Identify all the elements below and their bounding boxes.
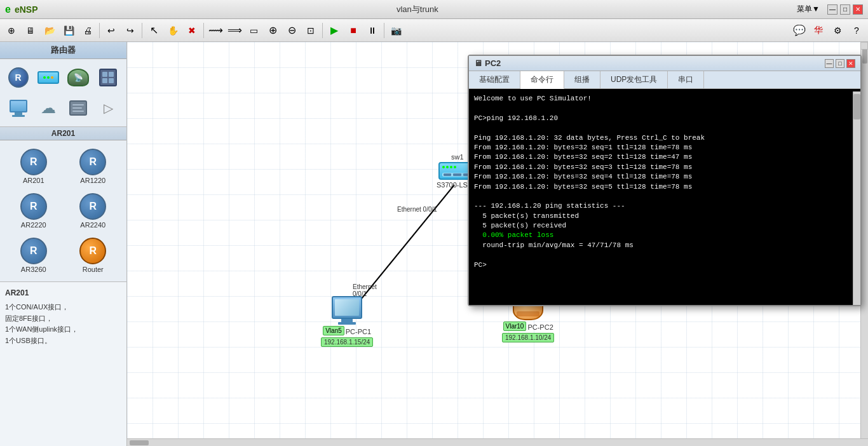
- pc2-close-btn[interactable]: ✕: [846, 59, 855, 68]
- pc2-label: PC-PC2: [527, 323, 553, 331]
- fit-button[interactable]: ⊡: [302, 22, 320, 39]
- cloud-icon: ☁: [37, 97, 60, 119]
- pc1-vlan-badge: Vlan5: [323, 326, 344, 335]
- lines-icon: [67, 97, 90, 119]
- open-topo-button[interactable]: 🖥: [22, 22, 39, 39]
- pan-button[interactable]: ✋: [164, 22, 182, 39]
- zoom-out-button[interactable]: ⊖: [283, 22, 301, 39]
- stop-button[interactable]: ■: [344, 22, 362, 39]
- print-button[interactable]: 🖨: [79, 22, 97, 39]
- select-button[interactable]: ↖: [145, 22, 163, 39]
- arrow-icon: ▷: [97, 97, 119, 119]
- ar201-label: AR201: [23, 177, 44, 184]
- tab-udp-sender[interactable]: UDP发包工具: [600, 71, 668, 88]
- sidebar-info-title: AR201: [5, 287, 121, 299]
- ap-icon: 📡: [67, 66, 90, 89]
- sep4: [322, 23, 323, 38]
- pc2-ip: 192.168.1.10/24: [502, 333, 554, 342]
- sidebar-icon-switch[interactable]: [34, 63, 62, 92]
- capture-button[interactable]: 📷: [387, 22, 405, 39]
- app-title: eNSP: [15, 4, 38, 15]
- pc2-tabs: 基础配置 命令行 组播 UDP发包工具 串口: [469, 71, 860, 89]
- ar1220-label: AR1220: [80, 177, 105, 184]
- tab-basic-config[interactable]: 基础配置: [469, 71, 520, 88]
- pc2-titlebar-buttons: — □ ✕: [825, 59, 855, 68]
- terminal-scrollbar[interactable]: [853, 91, 860, 305]
- pc1-ip: 192.168.1.15/24: [321, 337, 373, 347]
- close-button[interactable]: ✕: [853, 4, 863, 15]
- sidebar-device-ar3260[interactable]: R AR3260: [5, 234, 62, 276]
- sidebar: 路由器 R 📡: [0, 42, 127, 446]
- tab-multicast[interactable]: 组播: [564, 71, 600, 88]
- chat-button[interactable]: 💬: [790, 22, 808, 39]
- sidebar-icon-cloud[interactable]: ☁: [34, 93, 62, 123]
- delete-button[interactable]: ✖: [183, 22, 201, 39]
- pause-button[interactable]: ⏸: [363, 22, 381, 39]
- rect-button[interactable]: ▭: [245, 22, 262, 39]
- device-grid: R AR201 R AR1220 R AR2220 R AR2240 R A: [0, 140, 126, 281]
- new-button[interactable]: ⊕: [3, 22, 20, 39]
- pc2-terminal-window: 🖥 PC2 — □ ✕ 基础配置 命令行 组播 UDP发包工具 串口 Welco…: [468, 55, 862, 306]
- settings-button[interactable]: ⚙: [829, 22, 846, 39]
- app-logo: e: [5, 4, 11, 15]
- ar2240-label: AR2240: [80, 221, 105, 229]
- help-button[interactable]: ?: [848, 22, 865, 39]
- sidebar-icons-grid: R 📡: [0, 59, 126, 126]
- connect1-button[interactable]: ⟿: [207, 22, 224, 39]
- sidebar-info-panel: AR201 1个CON/AUX接口， 固定8FE接口， 1个WAN侧uplink…: [0, 281, 126, 446]
- pc2-title: 🖥 PC2: [474, 58, 501, 68]
- sidebar-device-ar201[interactable]: R AR201: [5, 145, 62, 187]
- menu-label[interactable]: 菜单▼: [797, 4, 820, 15]
- pc-pc1[interactable]: Vlan5 PC-PC1 Ethernet 0/0/1 192.168.1.15…: [321, 296, 373, 347]
- start-button[interactable]: ▶: [325, 22, 343, 39]
- ar3260-icon: R: [20, 238, 47, 264]
- main-layout: 路由器 R 📡: [0, 42, 868, 446]
- pc2-icon: 🖥: [474, 58, 482, 68]
- switch-icon: [37, 66, 60, 89]
- pc2-maximize-btn[interactable]: □: [836, 59, 844, 68]
- pc2-terminal[interactable]: Welcome to use PC Simulator! PC>ping 192…: [469, 89, 860, 305]
- sidebar-ar201-section: AR201 R AR201 R AR1220 R AR2220 R AR2240: [0, 126, 126, 281]
- maximize-button[interactable]: □: [840, 4, 850, 15]
- sidebar-icon-pc[interactable]: [4, 93, 32, 123]
- switch-sw1-top-label: sw1: [451, 153, 464, 161]
- open-button[interactable]: 📂: [41, 22, 58, 39]
- undo-button[interactable]: ↩: [102, 22, 120, 39]
- huawei-button[interactable]: 华: [810, 22, 827, 39]
- save-button[interactable]: 💾: [60, 22, 78, 39]
- pc1-label: PC-PC1: [346, 328, 371, 335]
- zoom-in-button[interactable]: ⊕: [264, 22, 281, 39]
- ar201-section-header: AR201: [0, 127, 126, 140]
- router-icon-sidebar: R: [79, 238, 106, 264]
- sidebar-device-ar1220[interactable]: R AR1220: [65, 145, 122, 187]
- grid-icon: [97, 66, 119, 89]
- sidebar-device-router[interactable]: R Router: [65, 234, 122, 276]
- sidebar-icon-lines[interactable]: [64, 93, 93, 123]
- pc-icon-sidebar: [7, 97, 30, 119]
- sep5: [384, 23, 384, 38]
- sidebar-device-ar2220[interactable]: R AR2220: [5, 190, 62, 232]
- port-label-pc1-eth: Ethernet 0/0/1: [353, 283, 377, 297]
- pc2-titlebar: 🖥 PC2 — □ ✕: [469, 56, 860, 71]
- tab-serial[interactable]: 串口: [668, 71, 704, 88]
- window-title: vlan与trunk: [397, 4, 438, 15]
- tab-command-line[interactable]: 命令行: [520, 71, 564, 89]
- ar201-icon: R: [20, 149, 47, 175]
- ar2220-label: AR2220: [21, 221, 46, 229]
- sidebar-router-section: 路由器: [0, 42, 126, 59]
- canvas-hscroll[interactable]: [127, 438, 868, 446]
- pc2-minimize-btn[interactable]: —: [825, 59, 834, 68]
- router-r-icon: R: [7, 66, 30, 89]
- sidebar-icon-r[interactable]: R: [4, 63, 32, 92]
- sep1: [99, 23, 100, 38]
- sidebar-device-ar2240[interactable]: R AR2240: [65, 190, 122, 232]
- sidebar-icon-ap[interactable]: 📡: [64, 63, 93, 92]
- ar2220-icon: R: [20, 193, 47, 220]
- sidebar-icon-grid[interactable]: [94, 63, 123, 92]
- canvas-area[interactable]: sw1 S3700-LSW1: [127, 42, 868, 446]
- connect2-button[interactable]: ⟹: [226, 22, 243, 39]
- minimize-button[interactable]: —: [827, 4, 837, 15]
- toolbar: ⊕ 🖥 📂 💾 🖨 ↩ ↪ ↖ ✋ ✖ ⟿ ⟹ ▭ ⊕ ⊖ ⊡ ▶ ■ ⏸ 📷 …: [0, 19, 868, 42]
- sidebar-icon-arrow[interactable]: ▷: [94, 93, 123, 123]
- redo-button[interactable]: ↪: [121, 22, 139, 39]
